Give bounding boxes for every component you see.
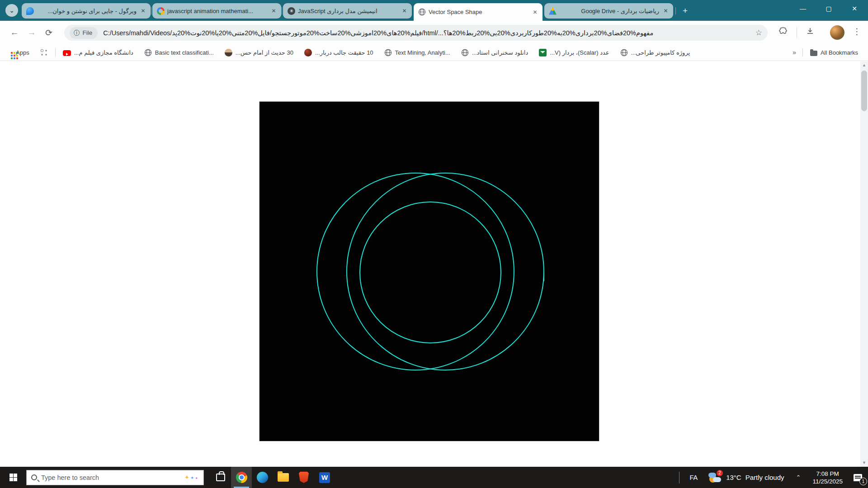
tab-google-search[interactable]: javascript animation mathemati... ✕ [152, 3, 281, 19]
globe-icon [144, 49, 152, 56]
back-icon: ← [10, 28, 19, 38]
folder-icon [810, 51, 817, 56]
taskbar-search-input[interactable]: Type here to search ✦✦✦ [26, 470, 204, 485]
bookmark-label: عدد (Scalar)، بردار (V... [550, 49, 609, 56]
tray-divider [679, 472, 679, 483]
start-button[interactable] [0, 467, 26, 488]
bookmark-item[interactable]: پروژه کامپیوتر طراحی... [617, 47, 694, 58]
cloud-icon [708, 473, 716, 478]
downloads-icon[interactable] [806, 27, 815, 38]
globe-icon [461, 49, 469, 56]
circles-drawing [259, 102, 600, 442]
windows-taskbar: Type here to search ✦✦✦ W FA 2 13°C Part… [0, 467, 868, 488]
bookmark-item[interactable]: Basic text classificati... [141, 47, 217, 58]
language-indicator[interactable]: FA [683, 474, 704, 481]
tab-title: ریاضیات برداری - Google Drive [559, 8, 659, 14]
chatgpt-icon [288, 7, 295, 15]
bookmark-item[interactable]: Text Mining, Analyti... [381, 47, 454, 58]
tab-title: Vector Space Shape [429, 9, 528, 15]
search-highlights-icon[interactable]: ✦✦✦ [184, 474, 199, 481]
close-icon[interactable]: ✕ [531, 8, 539, 16]
grad-cap-icon [539, 49, 547, 56]
red-sphere-icon [304, 49, 312, 56]
tray-overflow-chevron[interactable]: ⌃ [789, 474, 808, 481]
scroll-down-icon[interactable]: ▼ [860, 459, 868, 467]
bookmarks-overflow-button[interactable]: » [790, 49, 799, 56]
back-button[interactable]: ← [6, 24, 23, 41]
bookmark-label: Basic text classificati... [155, 49, 214, 56]
close-icon[interactable]: ✕ [139, 7, 147, 15]
weather-temp: 13°C [726, 474, 741, 481]
info-icon: ⓘ [74, 29, 80, 37]
scrollbar-thumb[interactable] [861, 70, 867, 111]
vector-space-canvas[interactable] [259, 101, 599, 441]
url-text[interactable]: C:/Users/mahdi/Videos/فیلم%20های%20اموزش… [103, 29, 750, 37]
maximize-button[interactable]: ▢ [816, 0, 841, 17]
taskbar-app-file-explorer[interactable] [273, 467, 293, 488]
taskbar-app-chrome[interactable] [231, 467, 252, 488]
forward-icon: → [28, 28, 36, 38]
new-tab-button[interactable]: + [679, 5, 691, 17]
chrome-icon [236, 472, 247, 483]
action-center-button[interactable]: 1 [847, 467, 868, 488]
screen: ⌄ ویرگول - جایی برای نوشتن و خوان... ✕ j… [0, 0, 868, 488]
bookmark-item[interactable]: 10 حقیقت جالب دربار... [301, 47, 377, 58]
tab-chatgpt[interactable]: JavaScript انیمیشن مدل برداری ✕ [283, 3, 412, 19]
taskbar-app-store[interactable] [210, 467, 231, 488]
bookmark-label: 30 حدیث از امام حس... [236, 49, 293, 56]
tab-groups-button[interactable] [37, 47, 52, 58]
weather-alert-badge: 2 [717, 470, 723, 476]
scroll-up-icon[interactable]: ▲ [860, 61, 868, 69]
bookmark-label: Text Mining, Analyti... [395, 49, 450, 56]
page-content: ▲ ▼ [0, 61, 868, 467]
tab-separator [282, 7, 282, 14]
profile-avatar[interactable] [830, 25, 844, 40]
tab-virgool[interactable]: ویرگول - جایی برای نوشتن و خوان... ✕ [22, 3, 151, 19]
windows-logo-icon [9, 474, 17, 481]
chevron-down-icon: ⌄ [9, 7, 14, 14]
search-placeholder: Type here to search [41, 474, 180, 481]
avatar-icon [225, 49, 232, 56]
weather-widget[interactable]: 2 13°C Partly cloudy [704, 472, 788, 483]
address-bar[interactable]: ⓘ File C:/Users/mahdi/Videos/فیلم%20های%… [64, 25, 768, 41]
minimize-button[interactable]: — [790, 0, 816, 17]
bookmark-item[interactable]: دانلود سخنرانی استاد... [458, 47, 532, 58]
site-info-chip[interactable]: ⓘ File [70, 27, 98, 39]
taskbar-clock[interactable]: 7:08 PM 11/25/2025 [808, 470, 847, 485]
bookmark-star-icon[interactable]: ☆ [755, 28, 762, 38]
tab-vector-space-shape[interactable]: Vector Space Shape ✕ [414, 3, 542, 21]
extensions-puzzle-icon[interactable] [778, 27, 788, 38]
reload-button[interactable]: ⟳ [41, 24, 57, 41]
edge-icon [257, 472, 268, 483]
bookmark-item[interactable]: عدد (Scalar)، بردار (V... [535, 47, 613, 58]
word-icon: W [319, 472, 330, 483]
apps-shortcut[interactable]: Apps [6, 47, 33, 58]
tab-google-drive[interactable]: ریاضیات برداری - Google Drive ✕ [544, 3, 673, 19]
globe-icon [620, 49, 628, 56]
file-explorer-icon [278, 473, 289, 482]
page-scrollbar[interactable]: ▲ ▼ [860, 61, 868, 467]
taskbar-app-brave[interactable] [293, 467, 314, 488]
kebab-menu-icon[interactable]: ⋮ [853, 26, 861, 37]
tab-separator [151, 7, 151, 14]
virgool-icon [26, 7, 34, 15]
taskbar-app-edge[interactable] [252, 467, 273, 488]
google-icon [157, 7, 165, 15]
reload-icon: ⟳ [45, 28, 52, 38]
close-icon[interactable]: ✕ [662, 7, 670, 15]
tab-title: JavaScript انیمیشن مدل برداری [298, 8, 398, 14]
close-icon[interactable]: ✕ [401, 7, 408, 15]
store-icon [216, 474, 225, 481]
close-icon[interactable]: ✕ [270, 7, 278, 15]
tab-search-button[interactable]: ⌄ [5, 4, 18, 17]
bookmark-item[interactable]: دانشگاه مجازی فیلم م... [59, 47, 137, 58]
apps-label: Apps [16, 49, 29, 56]
site-info-label: File [83, 29, 93, 36]
globe-icon [418, 8, 426, 16]
tab-groups-icon [41, 49, 43, 52]
taskbar-app-word[interactable]: W [314, 467, 335, 488]
close-window-button[interactable]: ✕ [842, 0, 867, 17]
bookmark-item[interactable]: 30 حدیث از امام حس... [221, 47, 297, 58]
all-bookmarks-button[interactable]: All Bookmarks [807, 47, 862, 58]
forward-button[interactable]: → [24, 24, 40, 41]
